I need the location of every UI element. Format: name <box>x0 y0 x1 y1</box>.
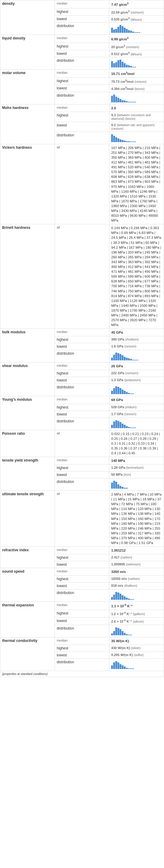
row-label: highest <box>55 645 109 652</box>
row-value: 2 MPa | 4 MPa | 7 MPa | 10 MPa | 11 MPa … <box>109 491 164 547</box>
property-name: ultimate tensile strength <box>0 491 55 547</box>
property-name: tensile yield strength <box>0 457 55 491</box>
row-label: all <box>55 491 109 547</box>
row-label: highest <box>55 370 109 377</box>
row-value <box>109 23 164 35</box>
row-label: distribution <box>55 658 109 671</box>
row-label: highest <box>55 610 109 618</box>
row-value: 9.3 (between corundum and diamond) (boro… <box>109 112 164 122</box>
row-label: median <box>55 457 109 465</box>
row-label: median <box>55 637 109 645</box>
row-value <box>109 57 164 69</box>
row-value: 22.59 g/cm3 (osmium) <box>109 8 164 16</box>
row-value: 50 MPa (iron) <box>109 471 164 478</box>
property-name: Brinell hardness <box>0 224 55 329</box>
row-label: median <box>55 602 109 610</box>
row-value <box>109 131 164 144</box>
row-value: 1.3 GPa (potassium) <box>109 377 164 384</box>
row-label: distribution <box>55 384 109 396</box>
row-value: 18350 m/s (carbon) <box>109 576 164 583</box>
row-value: 2.417 (carbon) <box>109 554 164 561</box>
row-value: 35 W/(m K) <box>109 637 164 645</box>
row-value: 1.2 × 10-4 K⁻¹ (gallium) <box>109 610 164 618</box>
property-name: Young's modulus <box>0 396 55 430</box>
row-label: lowest <box>55 411 109 417</box>
row-value <box>109 589 164 602</box>
row-value: 6.89 g/cm3 <box>109 35 164 43</box>
row-label: median <box>55 35 109 43</box>
row-label: median <box>55 104 109 112</box>
row-value: 15.71 cm3/mol <box>109 69 164 78</box>
row-label: highest <box>55 554 109 561</box>
property-name: sound speed <box>0 568 55 602</box>
row-value: 2.6 × 10-6 K⁻¹ (silicon) <box>109 617 164 625</box>
row-label: median <box>55 363 109 370</box>
row-label: distribution <box>55 478 109 491</box>
row-value: 0.512 g/cm3 (lithium) <box>109 50 164 57</box>
row-label: lowest <box>55 16 109 23</box>
row-label: all <box>55 144 109 224</box>
property-name: Vickers hardness <box>0 144 55 224</box>
row-value: 1.000895 (selenium) <box>109 561 164 568</box>
footer-text: (properties at standard conditions) <box>0 671 164 677</box>
row-label: distribution <box>55 131 109 144</box>
property-name: molar volume <box>0 69 55 104</box>
row-value: 0.535 g/cm3 (lithium) <box>109 16 164 23</box>
row-value: 26 GPa <box>109 363 164 370</box>
row-value: 1.6 GPa (cesium) <box>109 343 164 350</box>
row-value <box>109 658 164 671</box>
row-value <box>109 478 164 491</box>
row-label: all <box>55 430 109 457</box>
row-value: 167 MPa | 206 MPa | 216 MPa | 251 MPa | … <box>109 144 164 224</box>
row-label: distribution <box>55 92 109 104</box>
row-value <box>109 384 164 396</box>
row-value: 7.47 g/cm3 <box>109 0 164 8</box>
row-value: 68 GPa <box>109 396 164 404</box>
row-label: lowest <box>55 85 109 92</box>
row-label: lowest <box>55 122 109 131</box>
row-value: 45 GPa <box>109 329 164 336</box>
row-value: 1.1 × 10-5 K⁻¹ <box>109 602 164 610</box>
row-label: lowest <box>55 652 109 658</box>
row-label: distribution <box>55 350 109 363</box>
row-label: lowest <box>55 377 109 384</box>
row-value: 140 MPa <box>109 457 164 465</box>
property-name: Poisson ratio <box>0 430 55 457</box>
row-value <box>109 350 164 363</box>
row-value <box>109 417 164 430</box>
row-label: distribution <box>55 625 109 637</box>
property-name: shear modulus <box>0 363 55 396</box>
row-label: median <box>55 329 109 336</box>
row-label: highest <box>55 465 109 471</box>
row-label: median <box>55 547 109 554</box>
row-label: highest <box>55 78 109 85</box>
row-label: lowest <box>55 343 109 350</box>
row-label: lowest <box>55 583 109 589</box>
row-label: highest <box>55 43 109 50</box>
property-name: bulk modulus <box>0 329 55 363</box>
property-name: density <box>0 0 55 35</box>
row-label: lowest <box>55 471 109 478</box>
row-label: highest <box>55 576 109 583</box>
row-value <box>109 92 164 104</box>
row-value: 380 GPa (rhodium) <box>109 336 164 343</box>
row-value: 818 m/s (thallium) <box>109 583 164 589</box>
row-value: 4.394 cm3/mol (boron) <box>109 85 164 92</box>
property-name: liquid density <box>0 35 55 69</box>
row-label: lowest <box>55 50 109 57</box>
row-value: 0.2 (between talc and gypsum) (cesium) <box>109 122 164 131</box>
row-label: highest <box>55 8 109 16</box>
property-name: thermal conductivity <box>0 637 55 671</box>
row-value: 0.144 MPa | 0.246 MPa | 0.363 MPa | 0.69… <box>109 224 164 329</box>
property-name: Mohs hardness <box>0 104 55 144</box>
row-label: distribution <box>55 23 109 35</box>
row-label: distribution <box>55 589 109 602</box>
row-label: highest <box>55 112 109 122</box>
row-label: median <box>55 0 109 8</box>
row-label: highest <box>55 404 109 411</box>
row-value: 0.032 | 0.15 | 0.21 | 0.23 | 0.24 | 0.25… <box>109 430 164 457</box>
row-value: 1.29 GPa (technetium) <box>109 465 164 471</box>
properties-table: densitymedian7.47 g/cm3highest22.59 g/cm… <box>0 0 164 677</box>
row-value: 2.6 <box>109 104 164 112</box>
property-name: refractive index <box>0 547 55 568</box>
